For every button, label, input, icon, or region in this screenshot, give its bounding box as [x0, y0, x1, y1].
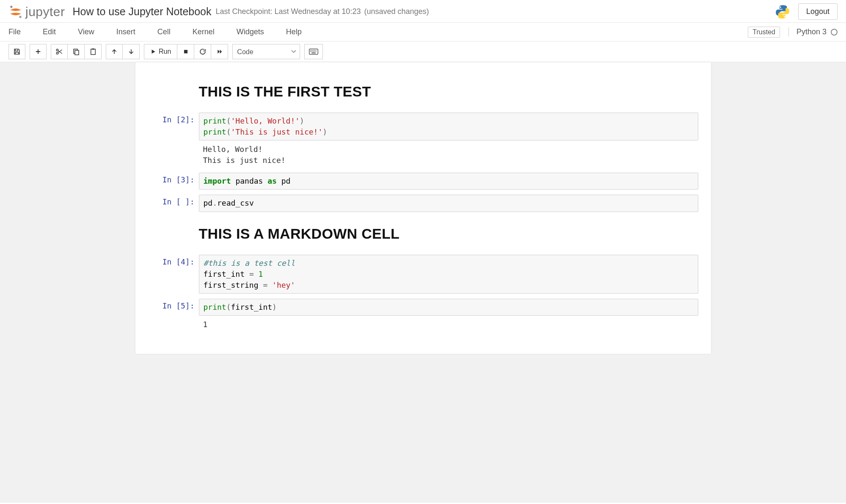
- code-cell[interactable]: In [2]:print('Hello, World!') print('Thi…: [148, 113, 698, 168]
- restart-run-all-button[interactable]: [211, 44, 228, 59]
- svg-rect-9: [92, 49, 94, 50]
- input-prompt: In [5]:: [148, 299, 199, 332]
- jupyter-logo[interactable]: jupyter: [8, 5, 65, 19]
- menu-widgets[interactable]: Widgets: [237, 23, 273, 41]
- run-button[interactable]: Run: [144, 44, 177, 59]
- svg-point-2: [780, 6, 781, 8]
- notebook-container: THIS IS THE FIRST TESTIn [2]:print('Hell…: [0, 62, 846, 503]
- code-cell[interactable]: In [3]:import pandas as pd: [148, 173, 698, 190]
- menu-insert[interactable]: Insert: [116, 23, 145, 41]
- svg-rect-13: [312, 50, 313, 51]
- header: jupyter How to use Jupyter Notebook Last…: [0, 0, 846, 23]
- arrow-down-icon: [128, 48, 135, 55]
- copy-button[interactable]: [68, 44, 85, 59]
- markdown-cell[interactable]: THIS IS THE FIRST TEST: [148, 75, 698, 107]
- markdown-heading: THIS IS A MARKDOWN CELL: [199, 226, 698, 242]
- kernel-indicator[interactable]: Python 3: [788, 28, 838, 36]
- svg-rect-14: [313, 50, 314, 51]
- arrow-up-icon: [111, 48, 118, 55]
- notebook: THIS IS THE FIRST TESTIn [2]:print('Hell…: [135, 62, 711, 354]
- svg-rect-7: [75, 50, 79, 55]
- command-palette-button[interactable]: [304, 44, 323, 59]
- trusted-indicator[interactable]: Trusted: [748, 27, 780, 38]
- menu-help[interactable]: Help: [286, 23, 311, 41]
- scissors-icon: [55, 48, 63, 55]
- kernel-status-icon: [831, 29, 838, 36]
- move-down-button[interactable]: [123, 44, 140, 59]
- checkpoint-text: Last Checkpoint: Last Wednesday at 10:23: [216, 7, 361, 16]
- svg-rect-20: [314, 51, 315, 52]
- refresh-icon: [199, 48, 207, 55]
- stop-icon: [183, 49, 189, 55]
- svg-rect-18: [312, 51, 313, 52]
- keyboard-icon: [309, 48, 318, 55]
- markdown-heading: THIS IS THE FIRST TEST: [199, 83, 698, 100]
- jupyter-icon: [8, 5, 23, 19]
- add-cell-button[interactable]: [30, 44, 47, 59]
- python-logo-icon: [774, 4, 791, 20]
- menu-cell[interactable]: Cell: [157, 23, 180, 41]
- code-cell[interactable]: In [5]:print(first_int)1: [148, 299, 698, 332]
- code-input[interactable]: print(first_int): [199, 299, 698, 316]
- svg-rect-8: [91, 49, 95, 55]
- svg-rect-12: [311, 50, 311, 51]
- code-input[interactable]: pd.read_csv: [199, 195, 698, 212]
- menu-edit[interactable]: Edit: [43, 23, 65, 41]
- save-button[interactable]: [8, 44, 25, 59]
- cut-button[interactable]: [51, 44, 68, 59]
- code-cell[interactable]: In [4]:#this is a test cell first_int = …: [148, 255, 698, 294]
- svg-rect-22: [312, 52, 316, 53]
- paste-button[interactable]: [85, 44, 102, 59]
- code-input[interactable]: import pandas as pd: [199, 173, 698, 190]
- interrupt-button[interactable]: [177, 44, 194, 59]
- markdown-cell[interactable]: THIS IS A MARKDOWN CELL: [148, 217, 698, 250]
- code-input[interactable]: print('Hello, World!') print('This is ju…: [199, 113, 698, 140]
- copy-icon: [72, 48, 80, 55]
- save-icon: [13, 48, 21, 55]
- code-cell[interactable]: In [ ]:pd.read_csv: [148, 195, 698, 212]
- svg-rect-15: [314, 50, 315, 51]
- kernel-name: Python 3: [796, 28, 827, 36]
- unsaved-indicator: (unsaved changes): [364, 7, 429, 16]
- input-prompt: In [4]:: [148, 255, 199, 294]
- svg-rect-19: [313, 51, 314, 52]
- play-icon: [150, 49, 156, 55]
- paste-icon: [89, 48, 97, 55]
- svg-point-0: [10, 6, 12, 8]
- restart-button[interactable]: [194, 44, 211, 59]
- input-prompt: In [3]:: [148, 173, 199, 190]
- jupyter-logo-text: jupyter: [25, 5, 65, 19]
- cell-output: 1: [199, 316, 698, 332]
- logout-button[interactable]: Logout: [798, 3, 838, 20]
- notebook-title[interactable]: How to use Jupyter Notebook: [73, 6, 212, 18]
- cell-output: Hello, World! This is just nice!: [199, 140, 698, 168]
- menu-kernel[interactable]: Kernel: [193, 23, 224, 41]
- menu-view[interactable]: View: [78, 23, 104, 41]
- cell-type-select[interactable]: Code: [232, 44, 300, 59]
- svg-point-3: [784, 16, 785, 17]
- toolbar: Run Code: [0, 41, 846, 62]
- svg-point-1: [19, 16, 22, 18]
- menu-file[interactable]: File: [8, 23, 30, 41]
- svg-rect-17: [311, 51, 311, 52]
- svg-rect-10: [184, 50, 187, 53]
- run-label: Run: [159, 48, 171, 55]
- input-prompt: In [ ]:: [148, 195, 199, 212]
- svg-rect-16: [316, 50, 317, 51]
- move-up-button[interactable]: [106, 44, 123, 59]
- code-input[interactable]: #this is a test cell first_int = 1 first…: [199, 255, 698, 294]
- svg-rect-21: [316, 51, 317, 52]
- input-prompt: In [2]:: [148, 113, 199, 168]
- plus-icon: [35, 48, 41, 55]
- fast-forward-icon: [216, 49, 223, 55]
- menubar: FileEditViewInsertCellKernelWidgetsHelp …: [0, 23, 846, 41]
